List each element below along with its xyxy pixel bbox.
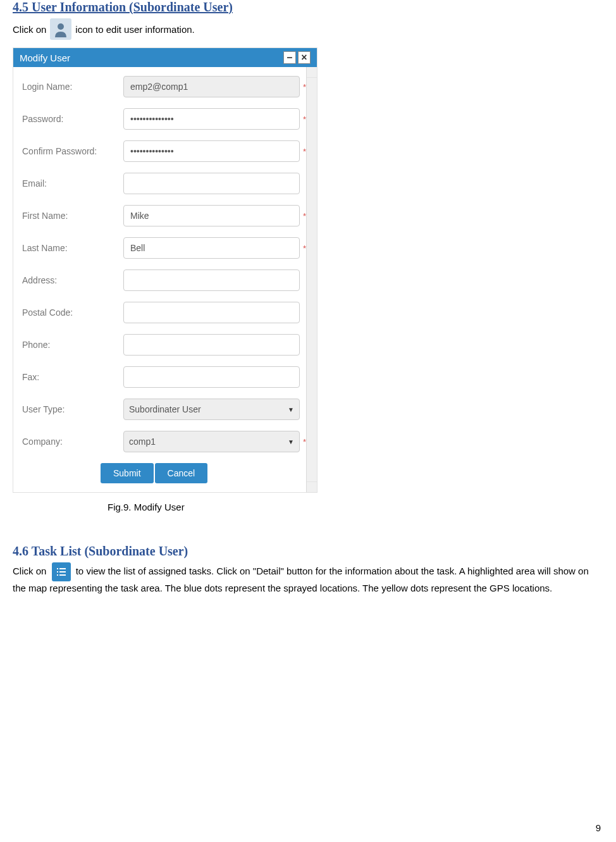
svg-point-0 <box>58 23 64 30</box>
first-name-label: First Name: <box>22 211 123 221</box>
svg-rect-6 <box>59 574 66 576</box>
minimize-button[interactable]: – <box>283 51 296 64</box>
company-label: Company: <box>22 436 123 447</box>
fax-row: Fax: <box>22 366 300 388</box>
cancel-button[interactable]: Cancel <box>155 463 208 483</box>
password-row: Password: * <box>22 108 300 130</box>
company-select[interactable]: comp1 ▼ <box>123 431 300 452</box>
confirm-password-row: Confirm Password: * <box>22 140 300 162</box>
first-name-row: First Name: * <box>22 205 300 226</box>
section-45-intro: Click on icon to edit user information. <box>13 18 603 40</box>
phone-label: Phone: <box>22 340 123 350</box>
section-46-body: Click on to view the list of assigned ta… <box>13 562 603 596</box>
address-label: Address: <box>22 275 123 285</box>
svg-rect-3 <box>57 571 58 573</box>
modify-user-dialog: Modify User – × Login Name: * Password: … <box>13 47 317 493</box>
scrollbar[interactable] <box>306 67 317 492</box>
section-heading-45: 4.5 User Information (Subordinate User) <box>13 0 603 15</box>
postal-code-label: Postal Code: <box>22 307 123 318</box>
text-after-46: to view the list of assigned tasks. Clic… <box>13 566 589 593</box>
svg-rect-5 <box>57 574 58 576</box>
fax-label: Fax: <box>22 372 123 382</box>
user-type-row: User Type: Subordinater User ▼ <box>22 399 300 420</box>
text-before-46: Click on <box>13 566 46 576</box>
user-type-select[interactable]: Subordinater User ▼ <box>123 399 300 420</box>
close-button[interactable]: × <box>298 51 311 64</box>
email-label: Email: <box>22 178 123 189</box>
postal-code-input[interactable] <box>123 302 300 323</box>
company-value: comp1 <box>129 436 156 447</box>
phone-input[interactable] <box>123 334 300 356</box>
chevron-down-icon: ▼ <box>288 438 294 445</box>
text-after-45: icon to edit user information. <box>75 23 194 36</box>
login-name-input[interactable] <box>123 76 300 97</box>
chevron-down-icon: ▼ <box>288 406 294 413</box>
confirm-password-input[interactable] <box>123 140 300 162</box>
first-name-input[interactable] <box>123 205 300 226</box>
address-row: Address: <box>22 269 300 291</box>
section-heading-46: 4.6 Task List (Subordinate User) <box>13 544 603 559</box>
address-input[interactable] <box>123 269 300 291</box>
list-icon <box>52 562 71 581</box>
dialog-titlebar[interactable]: Modify User – × <box>13 48 317 67</box>
last-name-input[interactable] <box>123 237 300 259</box>
fax-input[interactable] <box>123 366 300 388</box>
text-before-45: Click on <box>13 23 46 36</box>
confirm-password-label: Confirm Password: <box>22 146 123 156</box>
last-name-row: Last Name: * <box>22 237 300 259</box>
dialog-title: Modify User <box>20 53 281 63</box>
password-label: Password: <box>22 114 123 124</box>
company-row: Company: comp1 ▼ * <box>22 431 300 452</box>
user-type-value: Subordinater User <box>129 404 201 414</box>
svg-rect-4 <box>59 571 66 573</box>
phone-row: Phone: <box>22 334 300 356</box>
figure-caption: Fig.9. Modify User <box>108 502 603 512</box>
login-name-label: Login Name: <box>22 82 123 92</box>
user-icon <box>50 18 71 40</box>
user-type-label: User Type: <box>22 404 123 414</box>
postal-code-row: Postal Code: <box>22 302 300 323</box>
svg-rect-1 <box>57 568 58 569</box>
email-row: Email: <box>22 173 300 194</box>
svg-rect-2 <box>59 568 66 569</box>
submit-button[interactable]: Submit <box>101 463 154 483</box>
login-name-row: Login Name: * <box>22 76 300 97</box>
email-input[interactable] <box>123 173 300 194</box>
last-name-label: Last Name: <box>22 243 123 253</box>
password-input[interactable] <box>123 108 300 130</box>
